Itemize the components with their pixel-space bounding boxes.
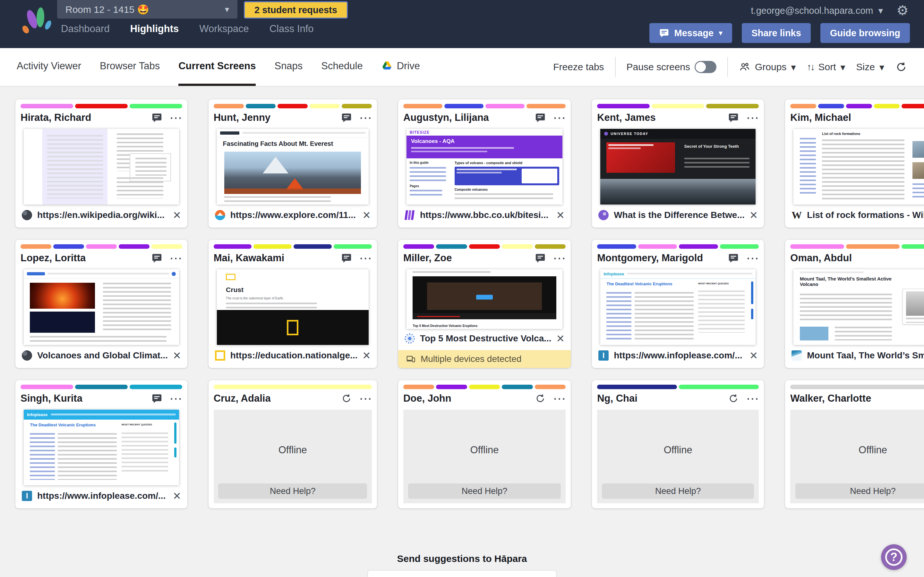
tab-drive[interactable]: Drive <box>381 48 420 86</box>
group-color-stripe <box>21 385 182 389</box>
message-student-button[interactable] <box>728 253 739 263</box>
message-button[interactable]: Message ▾ <box>649 23 732 43</box>
close-screen-button[interactable]: × <box>173 491 181 501</box>
thumb-caption: Top 5 Most Destructive Volcanic Eruption… <box>413 324 556 327</box>
close-screen-button[interactable]: × <box>557 210 565 220</box>
screen-thumbnail[interactable]: Fascinating Facts About Mt. Everest <box>217 129 368 205</box>
need-help-button[interactable]: Need Help? <box>602 484 754 499</box>
need-help-button[interactable]: Need Help? <box>408 484 561 499</box>
nav-item-class-info[interactable]: Class Info <box>270 21 314 37</box>
student-requests-button[interactable]: 2 student requests <box>244 1 348 19</box>
settings-gear-icon[interactable]: ⚙ <box>897 3 909 18</box>
screen-url-link[interactable]: List of rock formations - Wiki... <box>807 210 924 220</box>
refresh-student-button[interactable] <box>341 393 352 404</box>
help-button[interactable]: ? <box>881 544 907 570</box>
freeze-tabs-button[interactable]: Freeze tabs <box>553 61 604 73</box>
account-menu[interactable]: t.george@school.hapara.com ▾ <box>751 5 883 16</box>
offline-status: Offline <box>859 444 887 456</box>
more-options-button[interactable]: ⋯ <box>746 255 759 261</box>
screen-url-link[interactable]: Mount Taal, The World’s Smal... <box>807 350 924 361</box>
screen-thumbnail[interactable]: Infoplease The Deadliest Volcanic Erupti… <box>24 410 179 485</box>
top-header: Room 12 - 1415 🤩 ▾ 2 student requests t.… <box>0 0 924 48</box>
tab-activity-viewer[interactable]: Activity Viewer <box>17 48 81 86</box>
screen-url-link[interactable]: Top 5 Most Destructive Volca... <box>420 334 551 343</box>
screen-url-link[interactable]: https://education.nationalge... <box>230 350 358 361</box>
pause-screens-toggle[interactable] <box>695 61 716 73</box>
nav-item-dashboard[interactable]: Dashboard <box>61 21 110 37</box>
screen-url-link[interactable]: Volcanoes and Global Climat... <box>37 350 168 361</box>
screen-url-link[interactable]: https://en.wikipedia.org/wiki... <box>37 210 165 220</box>
suggestions-input[interactable] <box>367 570 557 577</box>
close-screen-button[interactable]: × <box>557 334 565 343</box>
refresh-student-button[interactable] <box>535 393 546 404</box>
close-screen-button[interactable]: × <box>750 351 758 360</box>
close-screen-button[interactable]: × <box>173 351 181 360</box>
message-student-button[interactable] <box>341 253 352 263</box>
close-screen-button[interactable]: × <box>363 210 371 220</box>
more-options-button[interactable]: ⋯ <box>553 114 565 121</box>
more-options-button[interactable]: ⋯ <box>553 255 565 261</box>
screen-url-link[interactable]: https://www.explore.com/11... <box>230 210 356 220</box>
screen-url-link[interactable]: https://www.infoplease.com/... <box>37 491 166 501</box>
need-help-button[interactable]: Need Help? <box>795 484 924 499</box>
more-options-button[interactable]: ⋯ <box>170 395 182 402</box>
screen-thumbnail[interactable]: Mount Taal, The World’s Smallest Active … <box>793 269 924 345</box>
more-options-button[interactable]: ⋯ <box>359 114 372 121</box>
message-student-button[interactable] <box>152 253 162 263</box>
refresh-icon <box>728 393 739 404</box>
refresh-student-button[interactable] <box>728 393 739 404</box>
chat-bubble-icon <box>341 253 352 263</box>
message-student-button[interactable] <box>152 112 162 123</box>
guide-browsing-button[interactable]: Guide browsing <box>821 23 910 43</box>
screen-thumbnail[interactable]: BITESIZE Volcanoes - AQA In this guide P… <box>407 129 562 205</box>
close-screen-button[interactable]: × <box>750 210 758 220</box>
class-room-selector[interactable]: Room 12 - 1415 🤩 ▾ <box>57 0 237 19</box>
close-screen-button[interactable]: × <box>173 210 181 220</box>
screen-url-link[interactable]: https://www.bbc.co.uk/bitesi... <box>420 210 548 220</box>
screen-url-link[interactable]: What is the Difference Betwe... <box>614 210 745 220</box>
more-options-button[interactable]: ⋯ <box>359 395 372 402</box>
more-options-button[interactable]: ⋯ <box>170 114 182 121</box>
message-student-button[interactable] <box>535 112 546 123</box>
sort-dropdown[interactable]: ↑↓ Sort ▾ <box>806 61 845 73</box>
close-screen-button[interactable]: × <box>363 351 371 360</box>
screen-thumbnail[interactable]: UNIVERSE TODAY Secret of Your Strong Tee… <box>600 129 756 205</box>
screen-thumbnail[interactable]: List of rock formations <box>793 129 924 205</box>
thumb-right-heading: MOST RECENT QUIZZES <box>121 423 168 426</box>
tab-browser-tabs[interactable]: Browser Tabs <box>100 48 160 86</box>
divider <box>727 57 728 77</box>
message-student-button[interactable] <box>535 253 546 263</box>
more-options-button[interactable]: ⋯ <box>359 255 372 261</box>
tab-current-screens[interactable]: Current Screens <box>178 48 256 86</box>
groups-dropdown[interactable]: Groups ▾ <box>739 61 796 73</box>
nat-geo-favicon <box>215 350 225 361</box>
student-card: Mai, Kawakami ⋯ Crust The crust is the o… <box>208 240 377 368</box>
pause-screens-control: Pause screens <box>627 61 716 73</box>
message-student-button[interactable] <box>152 393 162 404</box>
student-card: Singh, Kurita ⋯ Infoplease The Deadliest… <box>15 380 187 508</box>
share-links-button[interactable]: Share links <box>742 23 811 43</box>
screen-thumbnail[interactable]: Top 5 Most Destructive Volcanic Eruption… <box>407 269 562 329</box>
more-options-button[interactable]: ⋯ <box>746 114 759 121</box>
nav-item-workspace[interactable]: Workspace <box>199 21 249 37</box>
screen-thumbnail[interactable] <box>24 129 179 205</box>
screen-url-link[interactable]: https://www.infoplease.com/... <box>614 350 742 361</box>
refresh-icon <box>341 393 352 404</box>
wikipedia-w-favicon: W <box>792 210 802 220</box>
message-student-button[interactable] <box>728 112 739 123</box>
screen-thumbnail[interactable]: Infoplease The Deadliest Volcanic Erupti… <box>600 269 756 345</box>
message-student-button[interactable] <box>341 112 352 123</box>
screen-thumbnail[interactable] <box>24 269 179 345</box>
refresh-screens-button[interactable] <box>895 61 907 73</box>
thumb-pages-label: Pages <box>410 184 450 188</box>
more-options-button[interactable]: ⋯ <box>746 395 759 402</box>
more-options-button[interactable]: ⋯ <box>553 395 565 402</box>
nav-item-highlights[interactable]: Highlights <box>130 21 179 37</box>
tab-snaps[interactable]: Snaps <box>274 48 302 86</box>
student-name: Doe, John <box>403 393 451 404</box>
need-help-button[interactable]: Need Help? <box>218 484 367 499</box>
more-options-button[interactable]: ⋯ <box>170 255 182 261</box>
tab-schedule[interactable]: Schedule <box>321 48 363 86</box>
screen-thumbnail[interactable]: Crust The crust is the outermost layer o… <box>217 269 368 345</box>
size-dropdown[interactable]: Size ▾ <box>856 61 884 73</box>
